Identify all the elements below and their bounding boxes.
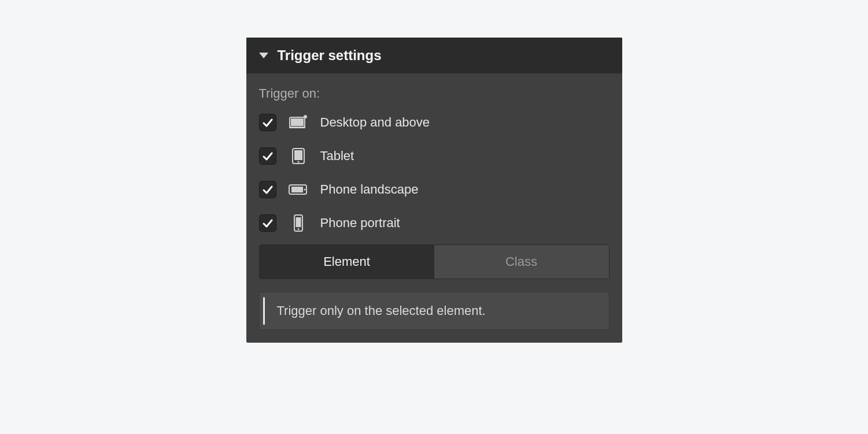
option-label-desktop: Desktop and above [320,115,430,130]
info-row: Trigger only on the selected element. [259,292,610,330]
phone-portrait-icon [288,214,309,232]
collapse-icon [259,52,268,59]
checkbox-tablet[interactable] [259,147,276,165]
svg-rect-3 [289,127,305,128]
svg-point-7 [297,161,299,163]
option-row-phone-landscape: Phone landscape [259,181,610,198]
info-text: Trigger only on the selected element. [277,303,486,318]
svg-rect-9 [291,187,303,192]
option-row-tablet: Tablet [259,147,610,165]
svg-marker-0 [259,53,268,58]
panel-body: Trigger on: Desktop and above [246,73,622,343]
phone-landscape-icon [288,181,309,198]
svg-rect-12 [296,217,301,227]
checkbox-desktop[interactable] [259,114,276,131]
svg-point-4 [304,115,307,118]
svg-rect-2 [291,118,304,126]
toggle-class[interactable]: Class [434,245,609,279]
checkbox-phone-portrait[interactable] [259,214,276,232]
trigger-on-label: Trigger on: [259,86,610,101]
option-label-phone-landscape: Phone landscape [320,182,419,197]
desktop-icon [288,114,309,131]
option-row-desktop: Desktop and above [259,114,610,131]
option-label-tablet: Tablet [320,149,354,164]
panel-header[interactable]: Trigger settings [246,38,622,73]
checkbox-phone-landscape[interactable] [259,181,276,198]
svg-rect-6 [294,150,302,160]
trigger-settings-panel: Trigger settings Trigger on: Desktop and… [246,38,622,343]
panel-title: Trigger settings [278,47,382,64]
option-row-phone-portrait: Phone portrait [259,214,610,232]
tablet-icon [288,147,309,165]
toggle-element[interactable]: Element [260,245,434,279]
option-label-phone-portrait: Phone portrait [320,216,400,231]
svg-point-10 [304,189,305,191]
scope-toggle-group: Element Class [259,244,610,279]
svg-point-13 [297,228,299,230]
